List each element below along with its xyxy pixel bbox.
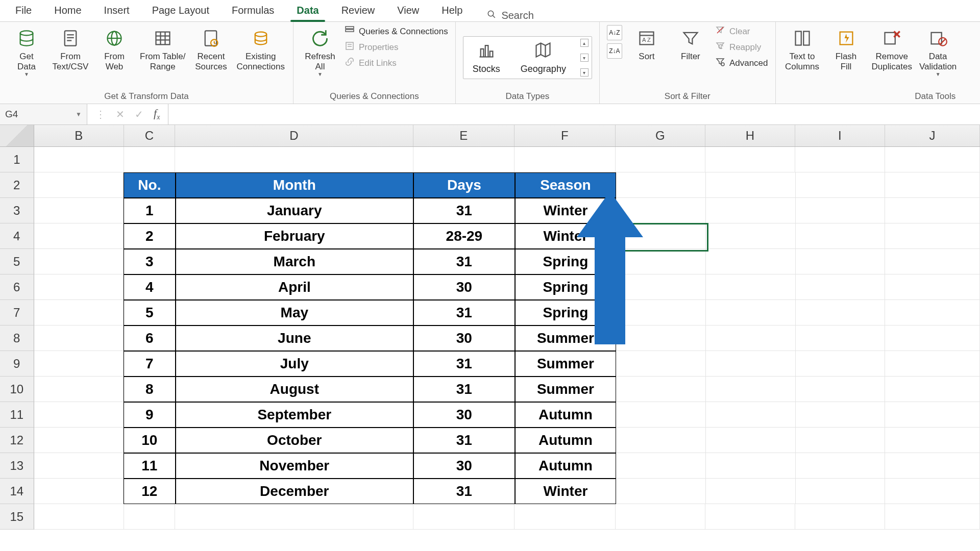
- data-types-gallery[interactable]: Stocks Geography ▴ ▾ ▾: [463, 36, 592, 79]
- data-validation-button[interactable]: Data Validation ▼: [918, 25, 958, 80]
- cell[interactable]: [885, 172, 980, 198]
- cell[interactable]: [885, 300, 980, 325]
- sort-asc-button[interactable]: A↓Z: [607, 25, 622, 40]
- cell[interactable]: [34, 249, 124, 274]
- tab-view[interactable]: View: [386, 1, 430, 21]
- col-header-E[interactable]: E: [413, 125, 514, 146]
- cell[interactable]: [34, 172, 124, 198]
- cell[interactable]: [885, 274, 980, 300]
- stocks-type-button[interactable]: Stocks: [467, 39, 506, 77]
- cell[interactable]: [885, 147, 980, 172]
- formula-input[interactable]: [168, 104, 980, 124]
- cell[interactable]: [795, 504, 885, 530]
- gallery-more-icon[interactable]: ▾: [580, 68, 589, 77]
- cancel-formula-icon[interactable]: ✕: [116, 109, 125, 119]
- cell[interactable]: [885, 479, 980, 504]
- cell[interactable]: [796, 428, 886, 453]
- table-cell[interactable]: 31: [413, 300, 515, 325]
- cell[interactable]: [706, 402, 796, 428]
- cell[interactable]: [796, 479, 886, 504]
- table-cell[interactable]: 5: [124, 300, 175, 325]
- cell[interactable]: [616, 172, 706, 198]
- cell[interactable]: [616, 223, 706, 249]
- table-cell[interactable]: Winter: [515, 479, 617, 504]
- col-header-C[interactable]: C: [124, 125, 175, 146]
- table-cell[interactable]: Autumn: [515, 453, 617, 479]
- table-cell[interactable]: 12: [124, 479, 175, 504]
- remove-duplicates-button[interactable]: Remove Duplicates: [871, 25, 913, 73]
- table-cell[interactable]: 30: [413, 274, 515, 300]
- accept-formula-icon[interactable]: ✓: [135, 109, 143, 119]
- table-cell[interactable]: 8: [124, 377, 175, 402]
- flash-fill-button[interactable]: Flash Fill: [827, 25, 866, 73]
- table-cell[interactable]: 4: [124, 274, 175, 300]
- recent-sources-button[interactable]: Recent Sources: [191, 25, 230, 73]
- table-cell[interactable]: 9: [124, 402, 175, 428]
- table-cell[interactable]: 6: [124, 325, 175, 351]
- cell[interactable]: [616, 249, 706, 274]
- table-cell[interactable]: August: [176, 377, 414, 402]
- tab-help[interactable]: Help: [430, 1, 474, 21]
- cell[interactable]: [796, 453, 886, 479]
- table-header-days[interactable]: Days: [413, 172, 515, 198]
- cell[interactable]: [616, 504, 705, 530]
- cell[interactable]: [706, 300, 796, 325]
- geography-type-button[interactable]: Geography: [514, 39, 572, 77]
- cell[interactable]: [706, 198, 796, 223]
- cell[interactable]: [413, 147, 514, 172]
- cell[interactable]: [34, 325, 124, 351]
- cell[interactable]: [616, 402, 706, 428]
- col-header-G[interactable]: G: [616, 125, 705, 146]
- table-cell[interactable]: 30: [413, 325, 515, 351]
- cell[interactable]: [616, 428, 706, 453]
- col-header-F[interactable]: F: [514, 125, 616, 146]
- cell[interactable]: [706, 428, 796, 453]
- tab-formulas[interactable]: Formulas: [220, 1, 285, 21]
- cell[interactable]: [34, 147, 124, 172]
- cell[interactable]: [124, 504, 175, 530]
- row-header-13[interactable]: 13: [0, 453, 34, 479]
- cell[interactable]: [796, 249, 886, 274]
- col-header-I[interactable]: I: [795, 125, 885, 146]
- table-header-month[interactable]: Month: [176, 172, 414, 198]
- cell[interactable]: [885, 198, 980, 223]
- row-header-3[interactable]: 3: [0, 198, 34, 223]
- cell[interactable]: [706, 223, 796, 249]
- fx-icon[interactable]: fx: [154, 108, 160, 121]
- col-header-J[interactable]: J: [885, 125, 980, 146]
- table-cell[interactable]: Winter: [515, 223, 617, 249]
- from-text-csv-button[interactable]: From Text/CSV: [51, 25, 90, 73]
- col-header-D[interactable]: D: [175, 125, 413, 146]
- cell[interactable]: [616, 351, 706, 377]
- table-cell[interactable]: 1: [124, 198, 175, 223]
- cell[interactable]: [34, 274, 124, 300]
- formula-more-icon[interactable]: ⋮: [95, 109, 106, 119]
- cell[interactable]: [705, 504, 795, 530]
- worksheet[interactable]: B C D E F G H I J 12No.MonthDaysSeason31…: [0, 125, 980, 530]
- table-cell[interactable]: 7: [124, 351, 175, 377]
- cell[interactable]: [34, 223, 124, 249]
- table-cell[interactable]: 28-29: [413, 223, 515, 249]
- cell[interactable]: [413, 504, 514, 530]
- cell[interactable]: [885, 453, 980, 479]
- table-cell[interactable]: April: [176, 274, 414, 300]
- cell[interactable]: [796, 402, 886, 428]
- cell[interactable]: [885, 249, 980, 274]
- sort-button[interactable]: A Z Sort: [627, 25, 666, 64]
- cell[interactable]: [34, 479, 124, 504]
- cell[interactable]: [616, 453, 706, 479]
- table-cell[interactable]: 31: [413, 198, 515, 223]
- table-cell[interactable]: 30: [413, 453, 515, 479]
- tab-review[interactable]: Review: [330, 1, 386, 21]
- cell[interactable]: [796, 351, 886, 377]
- cell[interactable]: [706, 479, 796, 504]
- cell[interactable]: [616, 198, 706, 223]
- sort-desc-button[interactable]: Z↓A: [607, 43, 622, 59]
- table-cell[interactable]: 31: [413, 249, 515, 274]
- cell[interactable]: [885, 377, 980, 402]
- table-cell[interactable]: 10: [124, 428, 175, 453]
- cell[interactable]: [796, 198, 886, 223]
- row-header-2[interactable]: 2: [0, 172, 34, 198]
- cell[interactable]: [616, 325, 706, 351]
- cell[interactable]: [34, 504, 124, 530]
